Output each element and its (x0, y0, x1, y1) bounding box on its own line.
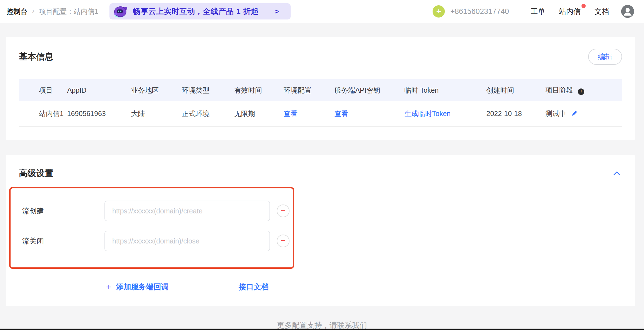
promo-banner-arrow-icon: > (275, 8, 279, 16)
generate-token-link[interactable]: 生成临时Token (404, 110, 451, 117)
add-callback-link[interactable]: ＋ 添加服务端回调 (104, 281, 169, 292)
col-header-temp-token: 临时 Token (404, 79, 486, 101)
col-header-valid-time: 有效时间 (234, 79, 284, 101)
account-phone: +8615602317740 (450, 7, 509, 16)
top-header: 控制台 › 项目配置：站内信1 畅享云上实时互动，全线产品 1 折起 > + +… (0, 0, 644, 23)
notification-dot (581, 4, 586, 8)
callback-links-row: ＋ 添加服务端回调 接口文档 (19, 281, 622, 292)
plus-glyph: + (436, 7, 441, 16)
promo-banner[interactable]: 畅享云上实时互动，全线产品 1 折起 > (109, 3, 291, 19)
remove-callback-button[interactable]: − (277, 205, 289, 217)
cell-valid-time: 无限期 (234, 101, 284, 127)
nav-inbox-label: 站内信 (559, 7, 581, 16)
breadcrumb-console-link[interactable]: 控制台 (7, 7, 28, 16)
table-row: 站内信1 1690561963 大陆 正式环境 无限期 查看 查看 生成临时To… (19, 101, 622, 127)
cell-env-type: 正式环境 (182, 101, 234, 127)
env-config-view-link[interactable]: 查看 (284, 110, 298, 117)
cell-appid: 1690561963 (67, 101, 131, 127)
red-annotation-box: 流创建 − 流关闭 − (9, 187, 294, 269)
cell-project-stage: 测试中 (545, 101, 622, 127)
cell-project: 站内信1 (19, 101, 67, 127)
stream-create-row: 流创建 − (22, 201, 293, 221)
col-header-appid: AppID (67, 79, 131, 101)
breadcrumb-separator-icon: › (32, 7, 34, 15)
col-header-api-secret: 服务端API密钥 (334, 79, 404, 101)
col-header-project-stage: 项目阶段 ! (545, 79, 622, 101)
cell-region: 大陆 (131, 101, 182, 127)
project-stage-value: 测试中 (545, 110, 566, 117)
stream-close-row: 流关闭 − (22, 231, 293, 251)
stream-create-label: 流创建 (22, 206, 104, 216)
col-header-env-config: 环境配置 (284, 79, 334, 101)
collapse-chevron-up-icon[interactable] (611, 169, 622, 178)
nav-docs[interactable]: 文档 (595, 7, 609, 16)
advanced-settings-card: 高级设置 流创建 − 流关闭 − ＋ 添加服务端回调 接口文档 (6, 155, 635, 306)
edit-stage-pencil-icon[interactable] (571, 110, 578, 119)
stream-close-input[interactable] (104, 231, 270, 251)
promo-banner-text: 畅享云上实时互动，全线产品 1 折起 (133, 6, 259, 16)
top-nav: 工单 站内信 文档 (531, 7, 609, 16)
stream-create-input[interactable] (104, 201, 270, 221)
header-right: + +8615602317740 工单 站内信 文档 (433, 5, 634, 18)
nav-ticket[interactable]: 工单 (531, 7, 545, 16)
add-plus-icon: ＋ (104, 281, 113, 292)
col-header-project-stage-label: 项目阶段 (545, 86, 573, 94)
basic-info-card: 基本信息 编辑 项目 AppID 业务地区 环境类型 有效时间 环境配置 服务端… (6, 37, 635, 140)
mascot-robot-icon (113, 5, 128, 18)
info-icon[interactable]: ! (578, 88, 584, 95)
header-divider (521, 5, 521, 18)
breadcrumb-current: 项目配置：站内信1 (39, 7, 98, 16)
cell-created: 2022-10-18 (486, 101, 545, 127)
basic-info-title: 基本信息 (19, 51, 53, 63)
api-secret-view-link[interactable]: 查看 (334, 110, 348, 117)
add-callback-label: 添加服务端回调 (116, 282, 169, 292)
api-doc-link[interactable]: 接口文档 (239, 282, 269, 292)
breadcrumb: 控制台 › 项目配置：站内信1 (7, 7, 98, 16)
edit-button[interactable]: 编辑 (588, 49, 622, 65)
col-header-project: 项目 (19, 79, 67, 101)
col-header-created: 创建时间 (486, 79, 545, 101)
col-header-region: 业务地区 (131, 79, 182, 101)
table-header-row: 项目 AppID 业务地区 环境类型 有效时间 环境配置 服务端API密钥 临时… (19, 79, 622, 101)
remove-callback-button[interactable]: − (277, 235, 289, 247)
advanced-settings-title: 高级设置 (19, 168, 53, 179)
recharge-plus-icon[interactable]: + (433, 5, 445, 18)
col-header-env-type: 环境类型 (182, 79, 234, 101)
stream-close-label: 流关闭 (22, 236, 104, 246)
avatar[interactable] (621, 5, 634, 18)
nav-inbox[interactable]: 站内信 (559, 7, 581, 16)
project-table: 项目 AppID 业务地区 环境类型 有效时间 环境配置 服务端API密钥 临时… (19, 79, 622, 127)
bottom-edge-bar (0, 329, 644, 330)
